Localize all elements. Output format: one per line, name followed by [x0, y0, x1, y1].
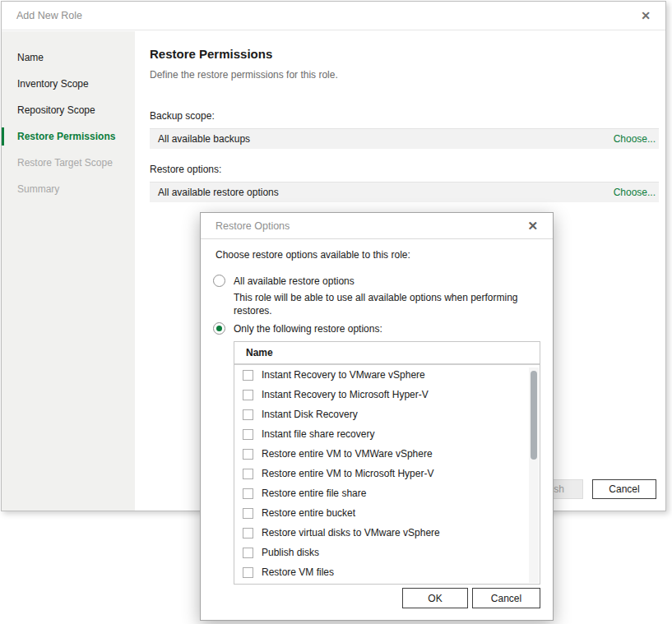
- list-header-name: Name: [234, 342, 540, 365]
- scrollbar-track[interactable]: [529, 367, 539, 583]
- checkbox-icon[interactable]: [243, 409, 253, 420]
- backup-scope-row: All available backups Choose...: [150, 128, 659, 149]
- list-item-instant-recovery-to-microsoft-hyper-v[interactable]: Instant Recovery to Microsoft Hyper-V: [234, 385, 540, 404]
- sidebar-item-label: Restore Permissions: [17, 131, 115, 142]
- list-item-label: Instant Recovery to VMware vSphere: [262, 369, 425, 381]
- list-item-restore-virtual-disks-to-vmware-vsphere[interactable]: Restore virtual disks to VMware vSphere: [234, 523, 540, 543]
- list-item-instant-file-share-recovery[interactable]: Instant file share recovery: [234, 424, 540, 444]
- list-item-label: Restore virtual disks to VMware vSphere: [262, 527, 440, 538]
- list-item-restore-entire-vm-to-microsoft-hyper-v[interactable]: Restore entire VM to Microsoft Hyper-V: [234, 464, 540, 483]
- checkbox-icon[interactable]: [243, 390, 253, 400]
- list-item-instant-disk-recovery[interactable]: Instant Disk Recovery: [234, 404, 540, 424]
- restore-options-row: All available restore options Choose...: [150, 182, 659, 202]
- radio-selected-icon[interactable]: [213, 322, 225, 335]
- sidebar-item-label: Inventory Scope: [17, 78, 89, 90]
- modal-intro-text: Choose restore options available to this…: [216, 249, 410, 261]
- backup-scope-choose-link[interactable]: Choose...: [614, 133, 656, 145]
- sidebar-item-label: Restore Target Scope: [17, 157, 113, 169]
- restore-options-dialog: Restore Options ✕ Choose restore options…: [200, 212, 554, 621]
- page-title: Restore Permissions: [150, 47, 659, 61]
- restore-options-value: All available restore options: [158, 187, 614, 198]
- checkbox-icon[interactable]: [243, 567, 253, 578]
- list-item-label: Instant file share recovery: [262, 428, 374, 440]
- modal-titlebar: Restore Options ✕: [201, 213, 553, 239]
- modal-close-icon[interactable]: ✕: [527, 220, 538, 232]
- list-item-label: Restore entire file share: [262, 488, 366, 499]
- list-item-restore-vm-files[interactable]: Restore VM files: [234, 562, 540, 582]
- checkbox-icon[interactable]: [243, 528, 253, 538]
- radio-all-label: All available restore options: [234, 275, 355, 287]
- sidebar-item-restore-target-scope: Restore Target Scope: [2, 150, 135, 176]
- list-item-publish-disks[interactable]: Publish disks: [234, 543, 540, 562]
- wizard-steps-sidebar: NameInventory ScopeRepository ScopeResto…: [2, 31, 135, 511]
- sidebar-item-name[interactable]: Name: [2, 44, 135, 71]
- list-item-label: Restore entire VM to VMWare vSphere: [262, 448, 433, 460]
- list-item-label: Restore VM files: [262, 566, 334, 578]
- cancel-button[interactable]: Cancel: [592, 479, 656, 499]
- active-step-indicator: [2, 127, 4, 146]
- restore-options-label: Restore options:: [150, 164, 659, 175]
- checkbox-icon[interactable]: [243, 429, 253, 440]
- window-titlebar: Add New Role ✕: [2, 2, 665, 30]
- sidebar-item-label: Repository Scope: [17, 104, 95, 116]
- checkbox-icon[interactable]: [243, 469, 253, 479]
- list-item-instant-recovery-to-vmware-vsphere[interactable]: Instant Recovery to VMware vSphere: [234, 365, 540, 385]
- list-item-label: Instant Recovery to Microsoft Hyper-V: [262, 389, 429, 400]
- restore-options-choose-link[interactable]: Choose...: [614, 187, 656, 198]
- sidebar-item-restore-permissions[interactable]: Restore Permissions: [2, 123, 135, 150]
- checkbox-icon[interactable]: [243, 508, 253, 519]
- list-item-label: Restore entire bucket: [262, 507, 355, 519]
- sidebar-item-inventory-scope[interactable]: Inventory Scope: [2, 71, 135, 97]
- sidebar-item-summary: Summary: [2, 176, 135, 202]
- modal-title: Restore Options: [216, 220, 527, 232]
- ok-button[interactable]: OK: [402, 588, 468, 608]
- close-icon[interactable]: ✕: [641, 10, 651, 21]
- restore-options-list: Name Instant Recovery to VMware vSphereI…: [234, 341, 540, 585]
- list-item-label: Publish disks: [262, 547, 319, 558]
- radio-only-label: Only the following restore options:: [234, 323, 382, 335]
- backup-scope-label: Backup scope:: [150, 110, 659, 122]
- checkbox-icon[interactable]: [243, 370, 253, 381]
- sidebar-item-repository-scope[interactable]: Repository Scope: [2, 97, 135, 123]
- scrollbar-thumb[interactable]: [531, 371, 537, 460]
- modal-cancel-button[interactable]: Cancel: [472, 588, 540, 608]
- checkbox-icon[interactable]: [243, 449, 253, 460]
- checkbox-icon[interactable]: [243, 488, 253, 499]
- backup-scope-value: All available backups: [158, 133, 614, 145]
- radio-unselected-icon[interactable]: [213, 275, 225, 287]
- list-item-restore-entire-bucket[interactable]: Restore entire bucket: [234, 503, 540, 523]
- sidebar-item-label: Name: [17, 52, 44, 63]
- list-item-restore-entire-vm-to-vmware-vsphere[interactable]: Restore entire VM to VMWare vSphere: [234, 444, 540, 464]
- list-item-label: Restore entire VM to Microsoft Hyper-V: [262, 468, 433, 479]
- restore-options-list-body: Instant Recovery to VMware vSphereInstan…: [234, 365, 540, 582]
- checkbox-icon[interactable]: [243, 548, 253, 558]
- list-item-label: Instant Disk Recovery: [262, 409, 358, 420]
- window-title: Add New Role: [16, 10, 641, 21]
- radio-only-following-options[interactable]: Only the following restore options:: [213, 322, 382, 335]
- page-subtitle: Define the restore permissions for this …: [150, 69, 659, 81]
- radio-all-available-options[interactable]: All available restore options: [213, 275, 355, 287]
- radio-all-description: This role will be able to use all availa…: [234, 291, 549, 317]
- sidebar-item-label: Summary: [17, 183, 59, 195]
- list-item-restore-entire-file-share[interactable]: Restore entire file share: [234, 483, 540, 503]
